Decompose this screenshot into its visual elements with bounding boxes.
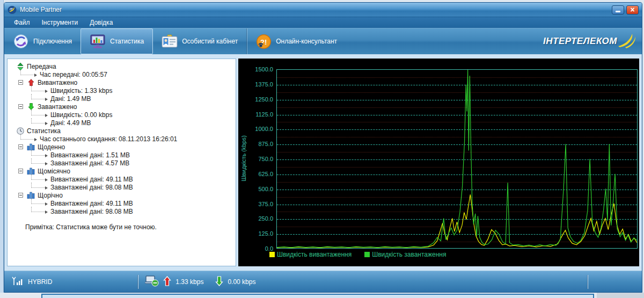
content-area: ПередачаЧас передачі: 00:05:57Вивантажен… — [4, 54, 642, 271]
network-mode-label: HYBRID — [28, 278, 52, 286]
menu-item-help[interactable]: Довідка — [84, 18, 118, 27]
close-button[interactable]: × — [626, 5, 639, 14]
tree-row-leaf1: Час передачі: 00:05:57 — [8, 70, 236, 78]
toolbar-button-statistics[interactable]: Статистика — [80, 28, 153, 54]
legend-swatch — [364, 252, 370, 257]
tree-row-leaf2: Дані: 4.49 MB — [8, 119, 236, 127]
tree-branch-arrow-icon — [45, 122, 48, 125]
legend-swatch — [269, 252, 275, 257]
y-tick-label: 750.0 — [243, 156, 273, 162]
tree-branch-arrow-icon — [45, 202, 48, 206]
tree-row-label: Вивантажені дані: 1.51 MB — [50, 151, 130, 159]
series-line — [277, 70, 637, 248]
y-tick-label: 375.0 — [243, 201, 273, 207]
collapse-expander[interactable] — [18, 104, 23, 109]
menu-bar: ФайлІнструментиДовідка — [4, 17, 642, 28]
connection-computer-icon — [145, 275, 159, 288]
collapse-expander[interactable] — [18, 80, 23, 85]
minimize-button[interactable] — [612, 5, 624, 14]
online-consultant-icon: ?! — [255, 33, 272, 49]
status-divider-right — [588, 275, 588, 289]
toolbar-button-online-consultant[interactable]: ?!Онлайн-консультант — [247, 28, 346, 54]
menu-item-file[interactable]: Файл — [9, 18, 35, 27]
legend-item: Швидкість вивантаження — [269, 251, 352, 258]
y-tick-label: 125.0 — [243, 230, 273, 237]
tree-row-group[interactable]: Щорічно — [8, 191, 236, 199]
tree-row-leaf2: Швидкість: 0.00 kbps — [8, 111, 236, 119]
tree-branch-arrow-icon — [34, 74, 37, 77]
toolbar-button-personal-cabinet[interactable]: Особистий кабінет — [153, 28, 246, 54]
tree-branch-line — [20, 134, 34, 140]
y-tick-label: 1500.0 — [243, 66, 273, 72]
series-line — [277, 194, 637, 248]
tree-row-label: Завантажено — [38, 103, 77, 111]
upload-speed-value: 1.33 kbps — [175, 278, 203, 286]
download-arrow-icon — [27, 103, 35, 111]
toolbar: ПідключенняСтатистикаОсобистий кабінет?!… — [4, 28, 642, 54]
bar-chart-icon — [27, 168, 35, 175]
speed-chart-panel: Швидкість (kbps) 0.0125.0250.0375.0500.0… — [238, 59, 639, 266]
tree-row-label: Час передачі: 00:05:57 — [40, 71, 107, 78]
tree-row-label: Час останнього скидання: 08.11.2013 16:2… — [40, 135, 177, 143]
tree-row-leaf2: Вивантажені дані: 1.51 MB — [8, 151, 236, 159]
tree-row-label: Вивантажено — [38, 79, 77, 86]
chart-plot-area — [276, 69, 638, 249]
statistics-note: Примітка: Статистика може бути не точною… — [8, 223, 236, 231]
tree-row-leaf2: Завантажені дані: 98.08 MB — [8, 183, 236, 191]
background-bottom-strip — [0, 293, 644, 298]
tree-row-label: Дані: 1.49 MB — [50, 95, 91, 103]
tree-row-group[interactable]: Щомісячно — [8, 167, 236, 175]
tree-row-leaf2: Вивантажені дані: 49.11 MB — [8, 199, 236, 207]
y-tick-label: 0.0 — [243, 245, 273, 252]
chart-series-svg — [277, 70, 637, 248]
tree-branch-line — [31, 150, 45, 156]
tree-branch-arrow-icon — [45, 98, 48, 101]
tree-row-group[interactable]: Вивантажено — [8, 78, 236, 86]
tree-row-root: Статистика — [8, 127, 236, 135]
tree-row-leaf2: Швидкість: 1.33 kbps — [8, 86, 236, 95]
title-bar: IT Mobile Partner × — [4, 3, 642, 17]
tree-branch-line — [31, 158, 45, 164]
tree-row-group[interactable]: Завантажено — [8, 103, 236, 111]
chart-legend: Швидкість вивантаженняШвидкість завантаж… — [269, 251, 446, 258]
upload-arrow-icon — [27, 79, 35, 86]
tree-row-label: Завантажені дані: 98.08 MB — [50, 208, 133, 215]
mobile-partner-window: IT Mobile Partner × ФайлІнструментиДовід… — [4, 2, 642, 293]
tree-row-label: Вивантажені дані: 49.11 MB — [50, 176, 133, 183]
legend-label: Швидкість завантаження — [372, 251, 446, 258]
tree-branch-line — [31, 207, 45, 212]
legend-item: Швидкість завантаження — [364, 251, 446, 258]
tree-row-label: Вивантажені дані: 49.11 MB — [50, 200, 133, 207]
toolbar-button-label: Підключення — [33, 38, 72, 45]
brand-swoosh-icon — [617, 32, 636, 51]
tree-row-leaf2: Вивантажені дані: 49.11 MB — [8, 175, 236, 183]
y-tick-label: 250.0 — [243, 215, 273, 222]
download-speed-value: 0.00 kbps — [228, 278, 255, 286]
bar-chart-icon — [27, 192, 35, 199]
tree-row-label: Завантажені дані: 98.08 MB — [50, 184, 133, 191]
tree-row-group[interactable]: Щоденно — [8, 143, 236, 151]
legend-label: Швидкість вивантаження — [277, 251, 352, 258]
signal-strength-icon — [12, 277, 24, 287]
tree-branch-arrow-icon — [34, 138, 37, 141]
app-logo-icon: IT — [8, 5, 17, 14]
tree-row-leaf2: Завантажені дані: 4.57 MB — [8, 159, 236, 167]
download-arrow-icon — [215, 276, 223, 288]
menu-item-tools[interactable]: Інструменти — [36, 18, 84, 27]
brand-logo: ІНТЕРТЕЛЕКОМ — [543, 28, 642, 54]
tree-branch-line — [31, 110, 45, 115]
tree-branch-line — [20, 70, 34, 75]
tree-row-leaf2: Завантажені дані: 98.08 MB — [8, 207, 236, 215]
id-card-icon — [162, 33, 178, 49]
status-bar: HYBRID 1.33 kbps — [4, 271, 642, 292]
collapse-expander[interactable] — [18, 193, 23, 198]
y-tick-label: 1375.0 — [243, 81, 273, 88]
collapse-expander[interactable] — [18, 144, 23, 149]
toolbar-button-connection[interactable]: Підключення — [4, 28, 80, 54]
background-window-top-edge — [41, 294, 594, 298]
toolbar-button-label: Особистий кабінет — [182, 38, 238, 45]
background-taskbar-fragment — [597, 293, 644, 298]
y-tick-label: 1250.0 — [243, 96, 273, 103]
tree-branch-line — [31, 86, 45, 91]
collapse-expander[interactable] — [18, 169, 23, 173]
